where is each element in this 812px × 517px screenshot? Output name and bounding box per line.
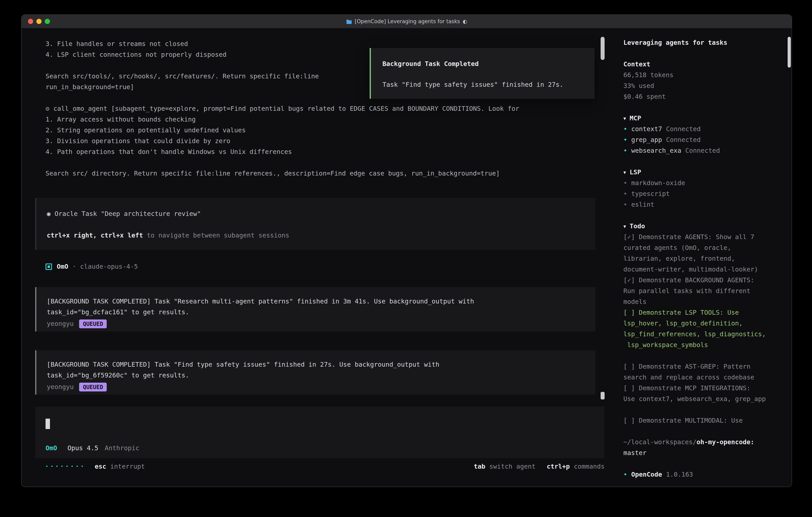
message-footer: yeongyu QUEUED (47, 318, 585, 329)
toast-body: Task "Find type safety issues" finished … (382, 79, 594, 90)
bullet-icon: • (624, 471, 627, 478)
tool-call-line: 1. Array access without bounds checking (46, 114, 596, 125)
log-blank-line (46, 157, 596, 168)
todo-line-active: [ ] Demonstrate LSP TOOLS: Use (624, 307, 780, 318)
lsp-section-header[interactable]: ▼LSP (624, 167, 780, 178)
todo-line: [ ] Demonstrate MULTIMODAL: Use (624, 415, 780, 426)
tab-key-label: switch agent (489, 463, 535, 470)
spinner-dots-icon: •••••••• (46, 464, 86, 469)
close-button[interactable] (28, 19, 33, 24)
todo-line: curated agents (OmO, oracle, (624, 242, 780, 253)
queued-badge: QUEUED (79, 382, 107, 391)
gear-icon: ⚙ (46, 105, 49, 112)
chevron-down-icon: ▼ (624, 224, 626, 229)
todo-line: Use context7, websearch_exa, grep_app (624, 393, 780, 404)
todo-line: [✓] Demonstrate BACKGROUND AGENTS: (624, 275, 780, 285)
main-scrollbar-thumb[interactable] (601, 37, 605, 60)
workspace-path: ~/local-workspaces/oh-my-opencode: (624, 437, 780, 447)
message-line: task_id="bg_dcfac161" to get results. (47, 307, 585, 318)
lsp-item: •eslint (624, 199, 780, 210)
message-line: [BACKGROUND TASK COMPLETED] Task "Resear… (47, 296, 585, 307)
title-spinner-icon: ◐ (463, 19, 467, 24)
lsp-item: •typescript (624, 188, 780, 199)
tool-call-line: ⚙call_omo_agent [subagent_type=explore, … (46, 103, 596, 114)
mcp-item: •grep_appConnected (624, 134, 780, 145)
mcp-section-header[interactable]: ▼MCP (624, 113, 780, 124)
ctrlp-key-hint: ctrl+p (547, 463, 570, 470)
session-sidebar: Leveraging agents for tasks Context 66,5… (612, 28, 792, 487)
ctrlp-key-label: commands (574, 463, 605, 470)
todo-line: models (624, 296, 780, 307)
message-line: task_id="bg_6f59260c" to get results. (47, 370, 585, 381)
screen: [OpenCode] Leveraging agents for tasks ◐… (0, 0, 812, 517)
window-title-text: [OpenCode] Leveraging agents for tasks (355, 19, 460, 24)
tool-call-line: 4. Path operations that don't handle Win… (46, 146, 596, 157)
context-spent: $0.46 spent (624, 91, 780, 102)
esc-key-label: interrupt (110, 463, 145, 470)
background-task-toast: Background Task Completed Task "Find typ… (370, 48, 594, 99)
status-right: tab switch agent ctrl+p commands (463, 463, 605, 470)
todo-line: [ ] Demonstrate AST-GREP: Pattern (624, 361, 780, 372)
lsp-item: •markdown-oxide (624, 178, 780, 188)
todo-section-header[interactable]: ▼Todo (624, 221, 780, 232)
toast-title: Background Task Completed (382, 58, 594, 69)
chevron-down-icon: ▼ (624, 170, 626, 175)
message-user: yeongyu (47, 320, 74, 327)
chevron-down-icon: ▼ (624, 116, 626, 121)
tab-hint-group: tab switch agent (474, 463, 535, 470)
todo-line: search and replace across codebase (624, 372, 780, 383)
bullet-icon: • (624, 179, 627, 187)
todo-line: document-writer, multimodal-looker) (624, 264, 780, 275)
tool-call-line: 2. String operations on potentially unde… (46, 125, 596, 136)
session-title: Leveraging agents for tasks (624, 37, 780, 48)
sidebar-scrollbar-thumb[interactable] (788, 37, 791, 67)
background-task-message: [BACKGROUND TASK COMPLETED] Task "Resear… (35, 287, 596, 331)
esc-key-hint: esc (95, 463, 106, 470)
terminal-window: [OpenCode] Leveraging agents for tasks ◐… (21, 15, 792, 487)
todo-line-active: lsp_hover, lsp_goto_definition, (624, 318, 780, 329)
opencode-version-line: •OpenCode1.0.163 (624, 469, 780, 480)
input-model-label: Opus 4.5 (67, 444, 98, 452)
app-version: 1.0.163 (666, 471, 693, 478)
todo-line-active: lsp_find_references, lsp_diagnostics, (624, 329, 780, 339)
input-provider-label: Anthropic (105, 444, 139, 452)
message-line: [BACKGROUND TASK COMPLETED] Task "Find t… (47, 359, 585, 370)
traffic-lights (28, 15, 50, 28)
agent-model: claude-opus-4-5 (80, 263, 138, 270)
agent-square-icon (46, 263, 52, 270)
zoom-button[interactable] (45, 19, 50, 24)
oracle-task-title-line: ◉Oracle Task "Deep architecture review" (47, 208, 585, 219)
bullet-icon: • (624, 190, 627, 197)
text-cursor (46, 419, 50, 429)
main-scrollbar-mark[interactable] (601, 392, 605, 400)
chat-pane: 3. File handles or streams not closed 4.… (22, 28, 612, 487)
message-footer: yeongyu QUEUED (47, 381, 585, 392)
todo-line-active: lsp_workspace_symbols (624, 339, 780, 350)
agent-header: OmO · claude-opus-4-5 (46, 261, 596, 272)
context-tokens: 66,518 tokens (624, 70, 780, 80)
minimize-button[interactable] (36, 19, 41, 24)
oracle-task-title: Oracle Task "Deep architecture review" (55, 210, 201, 218)
oracle-icon: ◉ (47, 210, 51, 218)
queued-badge: QUEUED (79, 319, 107, 328)
log-line: 3. File handles or streams not closed (46, 38, 596, 49)
input-footer: OmO Opus 4.5 Anthropic (46, 443, 139, 454)
prompt-input[interactable]: OmO Opus 4.5 Anthropic (35, 407, 604, 458)
mcp-item: •websearch_exaConnected (624, 145, 780, 156)
window-title: [OpenCode] Leveraging agents for tasks ◐ (22, 19, 792, 24)
folder-icon (346, 19, 352, 24)
context-used: 33% used (624, 80, 780, 91)
bullet-icon: • (624, 201, 627, 208)
commands-hint-group: ctrl+p commands (547, 463, 605, 470)
status-bar: •••••••• esc interrupt tab switch agent … (46, 461, 605, 472)
agent-separator: · (72, 263, 76, 270)
message-user: yeongyu (47, 383, 74, 391)
input-agent-label: OmO (46, 444, 57, 452)
tool-call-line: Search src/ directory. Return specific f… (46, 168, 596, 179)
mcp-item: •context7Connected (624, 124, 780, 134)
bullet-icon: • (624, 125, 627, 133)
app-name: OpenCode (631, 471, 662, 478)
tool-call-line: 3. Division operations that could divide… (46, 136, 596, 146)
agent-name: OmO (57, 263, 68, 270)
window-titlebar[interactable]: [OpenCode] Leveraging agents for tasks ◐ (22, 15, 792, 28)
